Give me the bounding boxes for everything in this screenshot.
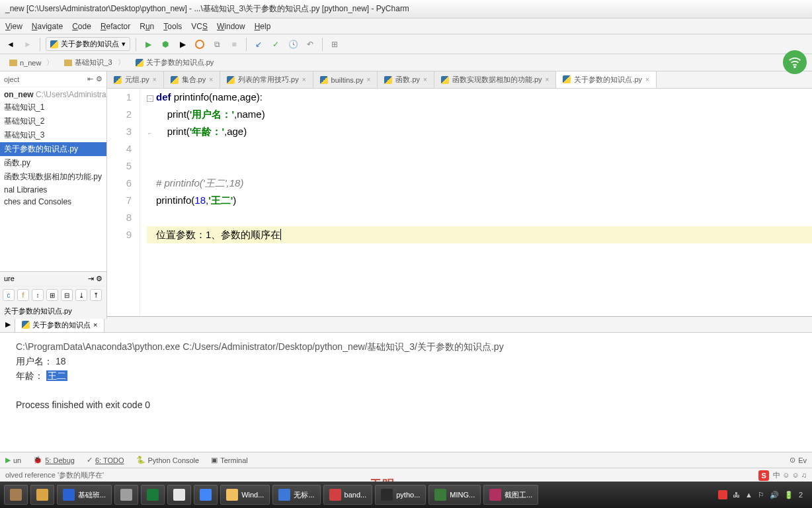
struct-sort-icon[interactable]: ↕ <box>32 289 44 301</box>
menu-refactor[interactable]: Refactor <box>101 22 130 31</box>
project-header[interactable]: oject ⇤ ⚙ <box>0 71 106 87</box>
taskbar-item[interactable]: MING... <box>428 485 481 505</box>
taskbar-item[interactable]: 基础班... <box>57 485 112 505</box>
bc-file[interactable]: 关于参数的知识点.py <box>130 56 225 69</box>
coverage-icon[interactable]: ▶ <box>176 38 189 51</box>
taskbar-item[interactable]: Wind... <box>220 485 270 505</box>
run-rerun-icon[interactable]: ▶ <box>5 320 11 329</box>
run-config-select[interactable]: 关于参数的知识点 ▾ <box>46 37 130 51</box>
tool-eventlog[interactable]: ⊙ Ev <box>790 456 807 464</box>
tray-battery-icon[interactable]: 🔋 <box>784 491 793 499</box>
editor-tab[interactable]: 关于参数的知识点.py× <box>556 71 657 89</box>
tree-ext-libs[interactable]: nal Libraries <box>0 184 106 196</box>
vcs-history-icon[interactable]: 🕓 <box>286 38 300 51</box>
menu-view[interactable]: View <box>5 22 22 31</box>
close-icon[interactable]: × <box>423 76 427 83</box>
tool-todo[interactable]: ✓ 6: TODO <box>87 456 124 464</box>
taskbar-item[interactable]: pytho... <box>375 485 426 505</box>
tray-sound-icon[interactable]: 🔊 <box>770 491 779 499</box>
struct-autoscroll-icon[interactable]: ⤓ <box>75 289 87 301</box>
close-icon[interactable]: × <box>645 76 649 83</box>
nav-fwd-icon[interactable]: ► <box>21 38 34 51</box>
tray-flag-icon[interactable]: ⚐ <box>758 491 764 499</box>
gear-icon[interactable]: ⚙ <box>96 275 102 282</box>
taskbar-item[interactable] <box>194 485 218 505</box>
taskbar-item[interactable]: band... <box>323 485 373 505</box>
tree-item[interactable]: 函数实现数据相加的功能.py <box>0 170 106 184</box>
structure-icon[interactable]: ⊞ <box>328 38 341 51</box>
struct-field-icon[interactable]: f <box>17 289 29 301</box>
code-line[interactable]: # printinfo('王二',18) <box>147 175 812 192</box>
editor-tab[interactable]: builtins.py× <box>313 71 378 88</box>
nav-back-icon[interactable]: ◄ <box>4 38 17 51</box>
taskbar-item[interactable] <box>4 485 28 505</box>
gear-icon[interactable]: ⚙ <box>96 75 102 83</box>
project-tree[interactable]: on_new C:\Users\Administrato... 基础知识_1基础… <box>0 87 106 209</box>
stop-icon[interactable]: ■ <box>227 38 241 51</box>
editor-tab[interactable]: 函数.py× <box>378 71 434 88</box>
code-line[interactable]: −def printinfo(name,age): <box>147 89 812 106</box>
collapse-icon[interactable]: ⇤ <box>87 75 93 83</box>
taskbar-item[interactable] <box>167 485 191 505</box>
menu-navigate[interactable]: Navigate <box>32 22 63 31</box>
tool-run[interactable]: ▶ un <box>5 456 21 464</box>
struct-collapse-icon[interactable]: ⊟ <box>61 289 73 301</box>
close-icon[interactable]: × <box>367 76 371 83</box>
profile-icon[interactable] <box>193 38 206 51</box>
code-line[interactable]: ⌐ print('年龄：',age) <box>147 123 812 140</box>
vcs-update-icon[interactable]: ↙ <box>252 38 265 51</box>
code-line[interactable]: 位置参数：1、参数的顺序在 <box>147 226 812 243</box>
tool-terminal[interactable]: ▣ Terminal <box>211 456 248 464</box>
menu-code[interactable]: Code <box>72 22 91 31</box>
editor-tab[interactable]: 列表的常用技巧.py× <box>220 71 313 88</box>
code-line[interactable] <box>147 209 812 226</box>
tree-item[interactable]: 关于参数的知识点.py <box>0 142 106 156</box>
tree-item[interactable]: 函数.py <box>0 156 106 170</box>
run-icon[interactable]: ▶ <box>142 38 155 51</box>
editor-tab[interactable]: 集合.py× <box>164 71 221 88</box>
close-icon[interactable]: × <box>209 76 213 83</box>
ime-status[interactable]: 中 ☺ ☺ ♫ <box>773 470 807 480</box>
code-editor[interactable]: 123456789 −def printinfo(name,age): prin… <box>107 89 812 316</box>
close-icon[interactable]: × <box>153 76 157 83</box>
collapse-icon[interactable]: ⇥ <box>88 275 94 282</box>
bc-root[interactable]: n_new <box>4 56 59 69</box>
structure-file[interactable]: 关于参数的知识点.py <box>0 304 106 319</box>
taskbar-item[interactable] <box>30 485 54 505</box>
taskbar-item[interactable] <box>114 485 138 505</box>
struct-class-icon[interactable]: c <box>3 289 15 301</box>
editor-tab[interactable]: 函数实现数据相加的功能.py× <box>434 71 557 88</box>
code-line[interactable] <box>147 140 812 157</box>
code-line[interactable]: printinfo(18,'王二') <box>147 192 812 209</box>
tree-item[interactable]: 基础知识_1 <box>0 101 106 114</box>
vcs-commit-icon[interactable]: ✓ <box>269 38 282 51</box>
close-icon[interactable]: × <box>302 76 306 83</box>
taskbar-item[interactable]: 无标... <box>272 485 320 505</box>
struct-expand-icon[interactable]: ⊞ <box>46 289 58 301</box>
menu-help[interactable]: Help <box>255 22 271 31</box>
tray-sogou-icon[interactable] <box>718 490 727 499</box>
console-output[interactable]: C:\ProgramData\Anaconda3\python.exe C:/U… <box>0 333 812 452</box>
taskbar-item[interactable]: 截图工... <box>483 485 538 505</box>
tree-root[interactable]: on_new C:\Users\Administrato... <box>0 89 106 101</box>
concurrency-icon[interactable]: ⧉ <box>210 38 223 51</box>
tool-python-console[interactable]: 🐍 Python Console <box>136 456 200 464</box>
menu-vcs[interactable]: VCS <box>191 22 208 31</box>
system-tray[interactable]: 🖧 ▲ ⚐ 🔊 🔋 2 <box>718 490 808 499</box>
menu-window[interactable]: Window <box>217 22 245 31</box>
tray-up-icon[interactable]: ▲ <box>745 491 752 499</box>
debug-icon[interactable]: ⬢ <box>159 38 172 51</box>
code-line[interactable] <box>147 157 812 175</box>
tree-item[interactable]: 基础知识_2 <box>0 114 106 128</box>
run-tab-active[interactable]: 关于参数的知识点 × <box>15 318 104 332</box>
tray-network-icon[interactable]: 🖧 <box>733 491 740 499</box>
tree-item[interactable]: 基础知识_3 <box>0 128 106 142</box>
tree-scratches[interactable]: ches and Consoles <box>0 196 106 208</box>
close-icon[interactable]: × <box>546 76 549 83</box>
vcs-revert-icon[interactable]: ↶ <box>304 38 317 51</box>
taskbar-item[interactable] <box>141 485 165 505</box>
tool-debug[interactable]: 🐞 5: Debug <box>33 456 75 464</box>
code-line[interactable]: print('用户名：',name) <box>147 106 812 123</box>
tray-time[interactable]: 2 <box>799 491 803 499</box>
close-icon[interactable]: × <box>93 321 97 329</box>
